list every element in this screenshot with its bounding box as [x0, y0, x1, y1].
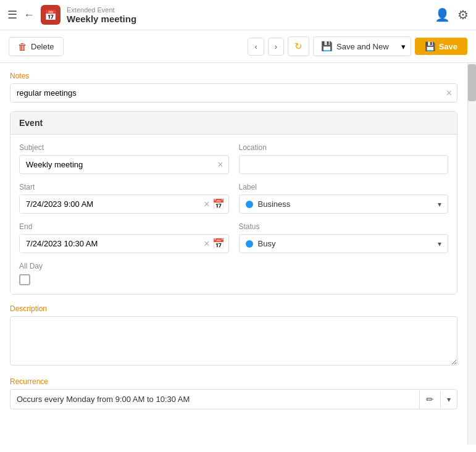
notes-field: × [10, 83, 457, 103]
scrollbar[interactable] [467, 63, 476, 445]
user-icon[interactable]: 👤 [435, 7, 450, 22]
app-logo: 📅 [41, 5, 61, 25]
save-button[interactable]: 💾 Save [415, 38, 467, 55]
header-subtitle: Extended Event [67, 6, 136, 14]
start-field: × 📅 [19, 195, 229, 214]
status-arrow-icon[interactable]: ▾ [438, 240, 441, 248]
prev-button[interactable]: ‹ [248, 38, 264, 56]
end-status-row: End × 📅 Status Busy [19, 222, 448, 253]
save-label: Save [439, 42, 457, 51]
start-group: Start × 📅 [19, 183, 229, 214]
end-clear-icon[interactable]: × [204, 238, 209, 249]
subject-input[interactable] [20, 156, 228, 174]
main-content: Notes × Event Subject × [0, 63, 467, 445]
end-field: × 📅 [19, 234, 229, 253]
status-label: Status [239, 222, 449, 231]
status-select[interactable]: Busy ▾ [239, 234, 449, 253]
save-new-label: Save and New [336, 42, 389, 51]
start-input[interactable] [20, 195, 204, 213]
header-right: 👤 ⚙ [435, 7, 469, 22]
start-calendar-icon[interactable]: 📅 [212, 198, 225, 210]
save-and-new-button[interactable]: 💾 Save and New ▾ [313, 36, 411, 56]
content: Notes × Event Subject × [0, 63, 476, 445]
recurrence-field: Occurs every Monday from 9:00 AM to 10:3… [10, 389, 457, 409]
end-input[interactable] [20, 235, 204, 253]
recurrence-section: Recurrence Occurs every Monday from 9:00… [10, 377, 457, 409]
label-group: Label Business ▾ [239, 183, 449, 214]
save-new-icon: 💾 [321, 41, 333, 52]
status-value: Busy [258, 239, 438, 248]
toolbar-right: ‹ › ↻ 💾 Save and New ▾ 💾 Save [248, 36, 467, 56]
delete-button[interactable]: 🗑 Delete [9, 37, 64, 56]
save-new-main[interactable]: 💾 Save and New [314, 37, 396, 56]
event-card: Event Subject × Location [10, 111, 457, 295]
all-day-group: All Day [19, 262, 448, 285]
start-clear-icon[interactable]: × [204, 199, 209, 210]
location-group: Location [239, 143, 449, 174]
page-title: Weekly meeting [67, 14, 136, 24]
recurrence-edit-icon[interactable]: ✏ [419, 390, 440, 409]
notes-clear-icon[interactable]: × [446, 88, 452, 98]
start-label: Start [19, 183, 229, 191]
subject-label: Subject [19, 143, 229, 152]
status-dot [246, 240, 253, 248]
next-button[interactable]: › [268, 38, 284, 56]
label-value: Business [258, 199, 438, 209]
location-label: Location [239, 143, 449, 152]
header-title-group: Extended Event Weekly meeting [67, 6, 136, 24]
toolbar-left: 🗑 Delete [9, 37, 243, 56]
all-day-label: All Day [19, 262, 448, 270]
header: ☰ ← 📅 Extended Event Weekly meeting 👤 ⚙ [0, 0, 476, 30]
delete-label: Delete [31, 42, 54, 51]
label-arrow-icon[interactable]: ▾ [438, 200, 441, 209]
location-input[interactable] [239, 155, 449, 174]
end-group: End × 📅 [19, 222, 229, 253]
menu-icon[interactable]: ☰ [7, 8, 17, 22]
all-day-checkbox[interactable] [19, 274, 30, 285]
subject-field: × [19, 155, 229, 174]
notes-input[interactable] [10, 84, 457, 102]
subject-group: Subject × [19, 143, 229, 174]
recurrence-label: Recurrence [10, 377, 457, 386]
subject-clear-icon[interactable]: × [217, 160, 223, 170]
start-label-row: Start × 📅 Label Busi [19, 183, 448, 214]
event-card-body: Subject × Location Start [10, 135, 457, 294]
notes-label: Notes [10, 72, 457, 80]
settings-icon[interactable]: ⚙ [457, 7, 469, 22]
save-new-dropdown[interactable]: ▾ [396, 38, 411, 55]
toolbar: 🗑 Delete ‹ › ↻ 💾 Save and New ▾ 💾 Save [0, 30, 476, 63]
refresh-button[interactable]: ↻ [288, 36, 309, 56]
recurrence-value: Occurs every Monday from 9:00 AM to 10:3… [10, 390, 419, 409]
save-icon: 💾 [425, 41, 435, 51]
status-group: Status Busy ▾ [239, 222, 449, 253]
end-icons: × 📅 [204, 238, 228, 249]
recurrence-dropdown-icon[interactable]: ▾ [440, 391, 457, 408]
label-dot [246, 201, 253, 208]
header-left: ☰ ← 📅 Extended Event Weekly meeting [7, 5, 435, 25]
event-card-header: Event [10, 112, 457, 135]
end-calendar-icon[interactable]: 📅 [212, 238, 225, 249]
subject-location-row: Subject × Location [19, 143, 448, 174]
start-icons: × 📅 [204, 198, 228, 210]
label-select[interactable]: Business ▾ [239, 195, 449, 214]
description-label: Description [10, 304, 457, 313]
trash-icon: 🗑 [18, 41, 27, 52]
back-icon[interactable]: ← [23, 9, 35, 22]
scrollbar-thumb[interactable] [468, 64, 476, 101]
end-label: End [19, 222, 229, 231]
label-field-label: Label [239, 183, 449, 191]
description-section: Description [10, 304, 457, 367]
description-input[interactable] [10, 316, 457, 366]
